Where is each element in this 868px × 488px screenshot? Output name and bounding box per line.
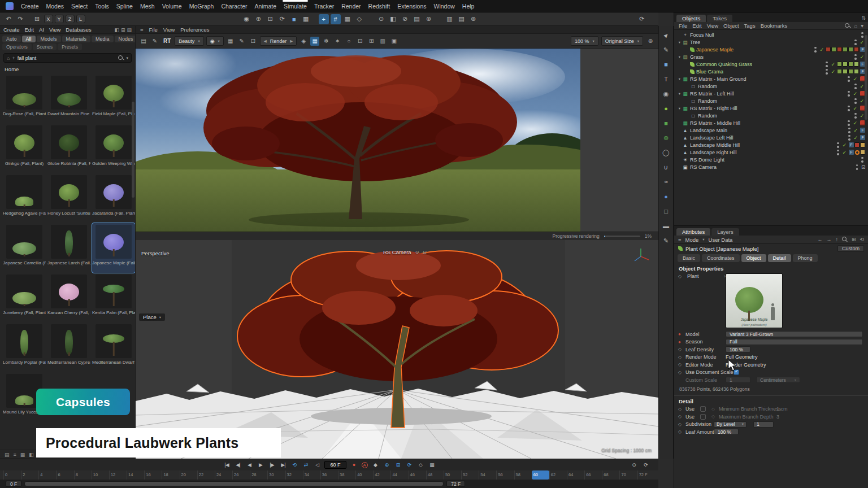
grid-snap-icon[interactable]: ▦ xyxy=(342,14,353,24)
material-swatch[interactable] xyxy=(826,47,831,52)
ruler-frame-66[interactable]: 66 xyxy=(584,470,602,480)
redshift-tag[interactable] xyxy=(860,120,865,125)
object-row-rs-matrix-middle-hill[interactable]: ▦RS Matrix - Middle Hill✓ xyxy=(674,119,868,127)
keyframe-dot[interactable]: ● xyxy=(678,339,685,345)
expand-caret[interactable]: ▾ xyxy=(677,40,682,45)
ruler-frame-54[interactable]: 54 xyxy=(479,470,496,480)
prev-key-button[interactable]: ◀| xyxy=(234,462,241,468)
range-track[interactable] xyxy=(24,481,444,486)
param-record-icon[interactable]: ◇ xyxy=(417,462,424,468)
visibility-dots[interactable] xyxy=(854,54,857,60)
play-button[interactable]: ▶ xyxy=(257,462,264,468)
next-frame-button[interactable]: |▶ xyxy=(268,462,275,468)
visibility-dots[interactable] xyxy=(856,164,858,170)
swap-icon[interactable]: ⇅ xyxy=(861,15,866,21)
pen-icon[interactable]: ✎ xyxy=(237,37,246,46)
menu-create[interactable]: Create xyxy=(21,3,39,10)
pla-record-icon[interactable]: ▦ xyxy=(428,462,436,468)
ruler-frame-14[interactable]: 14 xyxy=(127,470,144,480)
tag-badge[interactable]: F xyxy=(860,135,865,140)
objects-menu-tags[interactable]: Tags xyxy=(744,23,756,29)
undo-icon[interactable]: ↶ xyxy=(3,14,14,24)
goto-end-button[interactable]: ▶| xyxy=(279,462,287,468)
objects-tab-takes[interactable]: Takes xyxy=(707,15,732,22)
asset-item-mediterranean-dwarf[interactable]: Mediterranean Dwarf ... xyxy=(92,323,135,372)
render-gear-icon[interactable]: ⊛ xyxy=(646,37,655,46)
dropdown-subdivision[interactable]: By Level▾ xyxy=(714,421,747,428)
panel-split-icon[interactable]: ⊞ xyxy=(121,27,125,33)
expand-caret[interactable]: ▾ xyxy=(677,77,682,81)
object-row-random[interactable]: □Random✓ xyxy=(674,82,868,90)
plant-preview-image[interactable]: Japanese Maple(Acer palmatum) xyxy=(726,273,783,328)
render-settings-button[interactable]: ⊛ xyxy=(468,14,478,24)
asset-tab-models[interactable]: Models xyxy=(37,36,61,42)
size-dropdown[interactable]: Original Size▾ xyxy=(601,36,643,46)
live-selection-icon[interactable]: ◉ xyxy=(241,14,251,24)
circle-select-icon[interactable]: ○ xyxy=(344,37,353,46)
star-icon[interactable]: ✶ xyxy=(333,37,342,46)
cursor-tool-icon[interactable]: ► xyxy=(659,28,672,41)
material-swatch[interactable] xyxy=(854,47,859,52)
ruler-frame-16[interactable]: 16 xyxy=(144,470,162,480)
objects-menu-file[interactable]: File xyxy=(679,23,687,29)
anim-dot[interactable]: ◇ xyxy=(678,274,685,279)
material-swatch[interactable] xyxy=(837,69,842,74)
ruler-frame-70[interactable]: 70 xyxy=(619,470,637,480)
ruler-frame-34[interactable]: 34 xyxy=(303,470,320,480)
object-row-focus-null[interactable]: +Focus Null xyxy=(674,31,868,38)
spline-icon[interactable]: ◉ xyxy=(661,89,671,98)
asset-subtab-scenes[interactable]: Scenes xyxy=(33,43,57,50)
custom-button[interactable]: Custom xyxy=(837,245,864,252)
keyframe-dot[interactable]: ● xyxy=(678,332,685,337)
material-swatch[interactable] xyxy=(854,62,859,67)
visibility-dots[interactable] xyxy=(854,84,857,89)
visibility-dots[interactable] xyxy=(848,128,850,133)
cube-outline-icon[interactable]: □ xyxy=(661,207,671,216)
attributes-tab-attributes[interactable]: Attributes xyxy=(676,228,710,236)
grid-overlay-icon[interactable]: ▦ xyxy=(310,37,319,46)
snowflake-icon[interactable]: ❄ xyxy=(322,37,331,46)
enabled-check[interactable]: ✓ xyxy=(842,150,847,155)
menu-modes[interactable]: Modes xyxy=(46,3,64,10)
axis-modify-icon[interactable]: ⊙ xyxy=(376,14,387,24)
enabled-check[interactable]: ✓ xyxy=(860,98,864,104)
anim-dot[interactable]: ◇ xyxy=(678,355,685,360)
clock-icon[interactable]: ⊙ xyxy=(630,462,637,468)
visibility-dots[interactable] xyxy=(848,120,850,126)
enabled-check[interactable]: ✓ xyxy=(853,128,858,133)
mode-hamburger-icon[interactable]: ≡ xyxy=(678,237,682,243)
ruler-frame-2[interactable]: 2 xyxy=(21,470,38,480)
render-view-button[interactable]: ▥ xyxy=(444,14,454,24)
enabled-check[interactable]: ✓ xyxy=(860,54,864,60)
viewport-camera-label[interactable]: RS Camera⊙⊡ xyxy=(383,249,427,255)
asset-item-dog-rose-fall-plant[interactable]: Dog-Rose (Fall, Plant) xyxy=(3,74,46,124)
visibility-dots[interactable] xyxy=(837,150,839,155)
ruler-frame-6[interactable]: 6 xyxy=(56,470,73,480)
capsule-cube-icon[interactable]: ■ xyxy=(661,119,671,128)
menu-tools[interactable]: Tools xyxy=(95,3,109,10)
render-nav-box[interactable]: ◀Render▶ xyxy=(260,36,297,46)
objects-filter-icon[interactable]: ▾ xyxy=(861,23,863,29)
object-row-tree[interactable]: ▾▤Tree✓ xyxy=(674,38,868,46)
reset-psr-icon[interactable]: ⊚ xyxy=(424,14,434,24)
field-leaf-density[interactable]: 100 % xyxy=(726,346,750,352)
x-axis-button[interactable]: X xyxy=(44,15,53,23)
range-end-field[interactable]: 72 F xyxy=(446,481,465,487)
visibility-dots[interactable] xyxy=(826,62,828,67)
camera-lock-icon[interactable]: ⊙ xyxy=(415,250,419,255)
ruler-frame-40[interactable]: 40 xyxy=(355,470,373,480)
ruler-frame-26[interactable]: 26 xyxy=(232,470,250,480)
material-swatch[interactable] xyxy=(848,62,853,67)
material-swatch[interactable] xyxy=(848,69,853,74)
field-subdivision[interactable]: 1 xyxy=(753,421,774,428)
ruler-frame-32[interactable]: 32 xyxy=(285,470,303,480)
asset-menu-ai[interactable]: AI xyxy=(39,27,44,33)
hamburger-icon[interactable]: ≡ xyxy=(140,27,144,33)
enabled-check[interactable]: ✓ xyxy=(819,47,824,53)
list-view-icon[interactable]: ≡ xyxy=(14,452,16,457)
asset-item-field-maple-fall-plant[interactable]: Field Maple (Fall, Plant) xyxy=(92,74,135,124)
ruler-frame-0[interactable]: 0 xyxy=(3,470,21,480)
render-pass-dropdown[interactable]: Beauty▾ xyxy=(175,36,203,46)
material-swatch[interactable] xyxy=(831,47,836,52)
attr-refresh-icon[interactable]: ⟲ xyxy=(860,237,864,242)
